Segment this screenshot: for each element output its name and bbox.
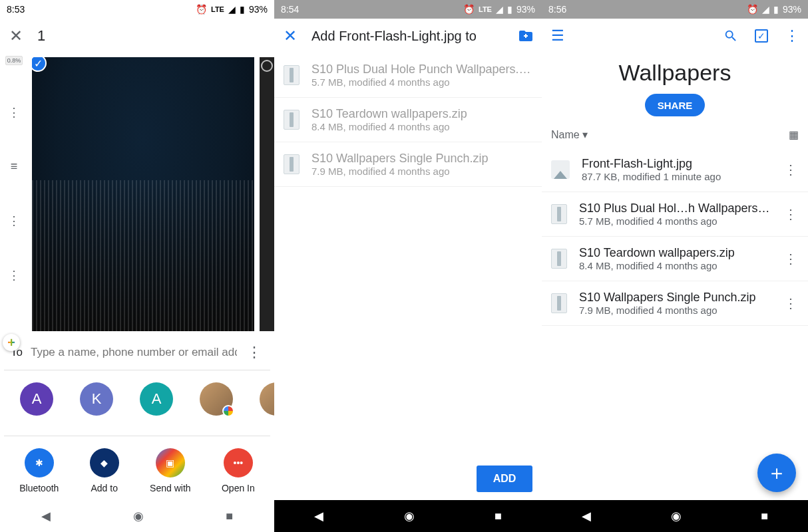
nav-recent-icon[interactable]: ■ bbox=[761, 509, 768, 523]
plus-icon: ＋ bbox=[767, 460, 787, 487]
file-row[interactable]: S10 Plus Dual Hole Punch Wallpapers.zip … bbox=[274, 53, 542, 98]
share-openin[interactable]: ••• Open In bbox=[222, 448, 255, 493]
new-folder-button[interactable] bbox=[516, 27, 535, 45]
select-button[interactable]: ✓ bbox=[752, 27, 771, 45]
zip-file-icon bbox=[551, 293, 567, 313]
bluetooth-icon: ✱ bbox=[25, 448, 54, 477]
battery-percent: 93% bbox=[516, 4, 535, 15]
new-folder-icon bbox=[518, 28, 534, 44]
close-button[interactable]: ✕ bbox=[7, 27, 25, 45]
contact-avatar[interactable] bbox=[260, 382, 274, 416]
alarm-icon: ⏰ bbox=[463, 4, 475, 15]
battery-icon: ▮ bbox=[773, 4, 779, 15]
file-row[interactable]: Front-Flash-Light.jpg 87.7 KB, modified … bbox=[542, 148, 808, 192]
share-label: Open In bbox=[222, 483, 255, 493]
chevron-down-icon: ▾ bbox=[582, 129, 588, 140]
file-name: S10 Plus Dual Hol…h Wallpapers.zip bbox=[579, 201, 771, 215]
share-button[interactable]: SHARE bbox=[645, 94, 705, 116]
next-photo-peek[interactable] bbox=[260, 57, 274, 331]
nav-home-icon[interactable]: ◉ bbox=[404, 509, 415, 523]
image-file-icon bbox=[551, 160, 570, 179]
file-name: S10 Teardown wallpapers.zip bbox=[579, 246, 771, 260]
file-name: S10 Wallpapers Single Punch.zip bbox=[311, 152, 532, 166]
more-vert-icon[interactable]: ⋮ bbox=[245, 343, 264, 362]
share-sendwith[interactable]: ▣ Send with bbox=[150, 448, 190, 493]
share-addto[interactable]: ◆ Add to bbox=[90, 448, 119, 493]
folder-file-list[interactable]: S10 Plus Dual Hole Punch Wallpapers.zip … bbox=[274, 53, 542, 500]
menu-button[interactable]: ☰ bbox=[548, 27, 567, 45]
openin-icon: ••• bbox=[224, 448, 253, 477]
add-button[interactable]: ADD bbox=[477, 466, 532, 492]
file-row[interactable]: S10 Teardown wallpapers.zip 8.4 MB, modi… bbox=[274, 98, 542, 142]
file-meta: 8.4 MB, modified 4 months ago bbox=[579, 260, 771, 271]
search-button[interactable] bbox=[721, 27, 740, 45]
more-vert-icon[interactable]: ⋮ bbox=[8, 213, 20, 228]
zip-file-icon bbox=[551, 249, 567, 269]
status-bar: 8:53 ⏰ LTE ◢ ▮ 93% bbox=[0, 0, 274, 19]
system-nav: ◀ ◉ ■ bbox=[542, 500, 808, 532]
zip-file-icon bbox=[284, 65, 300, 85]
zip-file-icon bbox=[284, 110, 300, 130]
contact-avatar[interactable]: A bbox=[20, 382, 53, 416]
nav-back-icon[interactable]: ◀ bbox=[41, 509, 51, 523]
photos-badge-icon bbox=[222, 405, 234, 417]
selected-photo[interactable]: ✓ bbox=[32, 57, 254, 331]
share-label: Bluetooth bbox=[19, 483, 59, 493]
more-vert-icon[interactable]: ⋮ bbox=[8, 268, 20, 283]
file-row[interactable]: S10 Wallpapers Single Punch.zip 7.9 MB, … bbox=[274, 142, 542, 187]
signal-icon: ◢ bbox=[496, 4, 503, 15]
recipient-input[interactable] bbox=[31, 346, 237, 359]
alarm-icon: ⏰ bbox=[747, 4, 758, 15]
folder-title: Wallpapers bbox=[542, 53, 808, 90]
contacts-row: A K A bbox=[4, 370, 270, 436]
nav-back-icon[interactable]: ◀ bbox=[582, 509, 591, 523]
sort-dropdown[interactable]: Name ▾ bbox=[551, 128, 588, 141]
sort-row: Name ▾ ▦ bbox=[542, 124, 808, 148]
appbar-title: Add Front-Flash-Light.jpg to bbox=[311, 29, 477, 44]
battery-percent: 93% bbox=[249, 4, 268, 15]
contact-avatar[interactable]: A bbox=[140, 382, 173, 416]
nav-back-icon[interactable]: ◀ bbox=[314, 509, 323, 523]
nav-home-icon[interactable]: ◉ bbox=[671, 509, 682, 523]
nav-recent-icon[interactable]: ■ bbox=[226, 509, 233, 523]
more-button[interactable]: ⋮ bbox=[783, 27, 801, 45]
add-fab-small[interactable]: + bbox=[3, 334, 20, 351]
row-more-button[interactable]: ⋮ bbox=[783, 206, 799, 222]
close-button[interactable]: ✕ bbox=[281, 27, 300, 45]
share-label: Add to bbox=[91, 483, 117, 493]
lte-label: LTE bbox=[479, 5, 492, 13]
battery-percent: 93% bbox=[783, 4, 801, 15]
add-fab[interactable]: ＋ bbox=[757, 454, 796, 492]
file-meta: 7.9 MB, modified 4 months ago bbox=[311, 166, 532, 177]
share-label: Send with bbox=[150, 483, 190, 493]
row-more-button[interactable]: ⋮ bbox=[783, 295, 799, 311]
files-icon: ▣ bbox=[156, 448, 185, 477]
file-row[interactable]: S10 Teardown wallpapers.zip 8.4 MB, modi… bbox=[542, 237, 808, 281]
file-row[interactable]: S10 Plus Dual Hol…h Wallpapers.zip 5.7 M… bbox=[542, 192, 808, 237]
selected-check-icon[interactable]: ✓ bbox=[32, 57, 47, 72]
dropbox-icon: ◆ bbox=[90, 448, 119, 477]
file-list[interactable]: Front-Flash-Light.jpg 87.7 KB, modified … bbox=[542, 148, 808, 500]
contact-avatar[interactable] bbox=[200, 382, 233, 416]
row-more-button[interactable]: ⋮ bbox=[783, 251, 799, 267]
add-to-folder-panel: 8:54 ⏰ LTE ◢ ▮ 93% ✕ Add Front-Flash-Lig… bbox=[274, 0, 542, 532]
app-bar: ✕ 1 bbox=[0, 19, 274, 53]
contact-avatar[interactable]: K bbox=[80, 382, 113, 416]
row-more-button[interactable]: ⋮ bbox=[783, 162, 799, 178]
view-toggle-button[interactable]: ▦ bbox=[789, 128, 799, 141]
file-meta: 7.9 MB, modified 4 months ago bbox=[579, 305, 771, 316]
share-targets: ✱ Bluetooth ◆ Add to ▣ Send with ••• Ope… bbox=[0, 436, 274, 500]
lte-label: LTE bbox=[211, 5, 224, 13]
system-nav: ◀ ◉ ■ bbox=[274, 500, 542, 532]
nav-recent-icon[interactable]: ■ bbox=[495, 509, 502, 523]
recipient-row: To ⋮ bbox=[4, 335, 270, 370]
nav-home-icon[interactable]: ◉ bbox=[133, 509, 144, 523]
file-meta: 5.7 MB, modified 4 months ago bbox=[579, 215, 771, 227]
file-row[interactable]: S10 Wallpapers Single Punch.zip 7.9 MB, … bbox=[542, 281, 808, 326]
file-name: Front-Flash-Light.jpg bbox=[582, 157, 771, 171]
zip-file-icon bbox=[284, 154, 300, 174]
zip-file-icon bbox=[551, 204, 567, 224]
more-vert-icon[interactable]: ⋮ bbox=[8, 105, 20, 120]
share-bluetooth[interactable]: ✱ Bluetooth bbox=[19, 448, 59, 493]
list-icon[interactable]: ≡ bbox=[11, 160, 18, 174]
